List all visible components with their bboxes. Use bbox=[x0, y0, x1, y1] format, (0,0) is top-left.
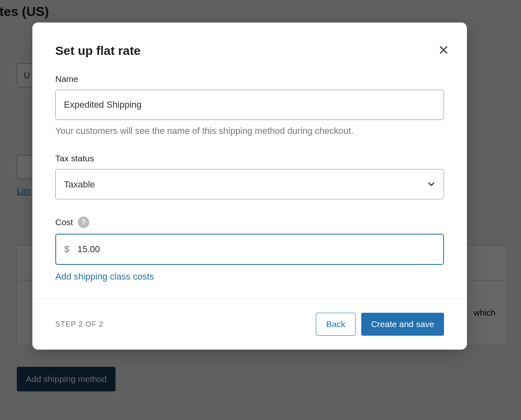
back-button[interactable]: Back bbox=[316, 313, 356, 336]
currency-symbol: $ bbox=[64, 244, 69, 255]
close-icon bbox=[438, 45, 449, 55]
modal-header: Set up flat rate bbox=[32, 23, 467, 58]
modal-title: Set up flat rate bbox=[55, 44, 444, 58]
help-icon[interactable]: ? bbox=[78, 217, 89, 228]
name-help-text: Your customers will see the name of this… bbox=[55, 126, 444, 136]
close-button[interactable] bbox=[437, 44, 450, 56]
name-input[interactable] bbox=[55, 90, 444, 120]
cost-label: Cost bbox=[55, 217, 73, 227]
tax-status-label: Tax status bbox=[55, 154, 444, 163]
footer-actions: Back Create and save bbox=[316, 313, 444, 336]
tax-status-group: Tax status Taxable bbox=[55, 154, 444, 199]
cost-group: Cost ? $ Add shipping class costs bbox=[55, 217, 444, 282]
create-and-save-button[interactable]: Create and save bbox=[361, 313, 444, 336]
cost-input-wrapper: $ bbox=[55, 234, 444, 265]
name-label: Name bbox=[55, 74, 444, 84]
cost-input[interactable] bbox=[55, 234, 444, 265]
flat-rate-modal: Set up flat rate Name Your customers wil… bbox=[32, 23, 467, 350]
modal-body: Name Your customers will see the name of… bbox=[32, 58, 467, 298]
name-group: Name Your customers will see the name of… bbox=[55, 74, 444, 136]
modal-footer: STEP 2 OF 2 Back Create and save bbox=[32, 298, 467, 350]
step-indicator: STEP 2 OF 2 bbox=[55, 320, 104, 329]
add-shipping-class-costs-link[interactable]: Add shipping class costs bbox=[55, 271, 154, 282]
tax-status-select[interactable]: Taxable bbox=[55, 169, 444, 199]
